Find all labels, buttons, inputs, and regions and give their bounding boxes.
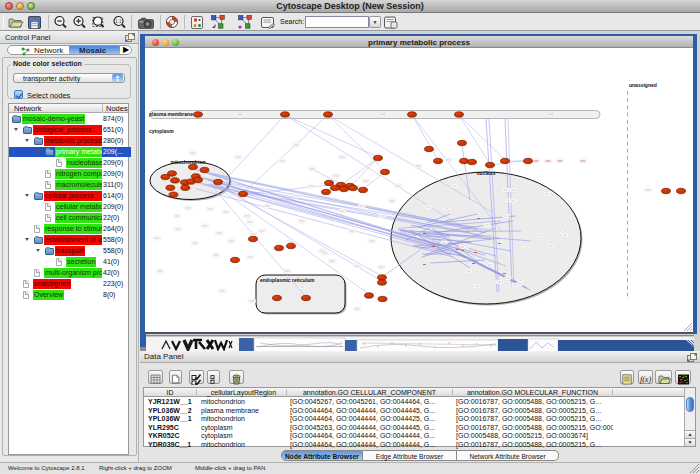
svg-text:unassigned: unassigned [629,82,657,88]
svg-text:endoplasmic reticulum: endoplasmic reticulum [260,277,315,283]
svg-text:nucleus: nucleus [477,170,496,176]
svg-text:f(x): f(x) [640,375,651,384]
svg-text:cytoplasm: cytoplasm [149,128,174,134]
svg-text:plasma membrane: plasma membrane [149,111,193,117]
svg-text:mitochondrion: mitochondrion [171,159,206,165]
svg-text:1:1: 1:1 [115,19,122,24]
